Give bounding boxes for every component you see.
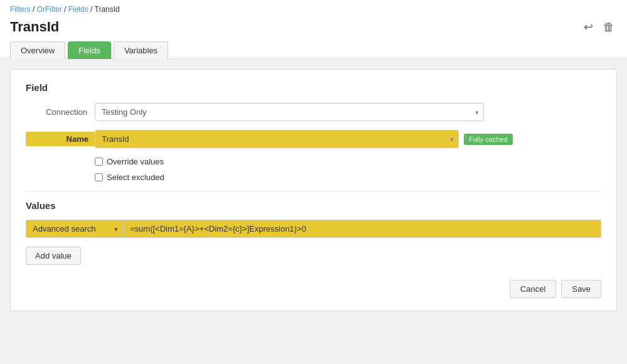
cancel-button[interactable]: Cancel <box>510 280 556 298</box>
section-divider <box>26 191 601 191</box>
undo-button[interactable]: ↩ <box>581 20 596 34</box>
connection-select-wrapper: Testing Only ▾ <box>95 103 484 121</box>
card-footer: Cancel Save <box>26 280 601 298</box>
name-row: Name TransId ▾ Fully cached <box>26 130 601 148</box>
add-value-row: Add value <box>26 247 601 265</box>
override-values-label[interactable]: Override values <box>107 157 164 166</box>
name-select-wrapper: TransId ▾ <box>95 130 459 148</box>
main-content: Field Connection Testing Only ▾ Name Tra… <box>0 59 627 321</box>
values-row: Advanced search ▾ <box>26 220 601 238</box>
breadcrumb-orfilter[interactable]: OrFilter <box>37 5 62 14</box>
fully-cached-badge: Fully cached <box>464 134 513 145</box>
advanced-search-wrapper: Advanced search ▾ <box>26 220 123 238</box>
select-excluded-checkbox[interactable] <box>95 173 103 181</box>
undo-icon: ↩ <box>584 21 593 33</box>
override-values-row: Override values <box>95 157 601 166</box>
name-select[interactable]: TransId <box>95 130 459 148</box>
select-excluded-label[interactable]: Select excluded <box>107 173 164 182</box>
override-values-checkbox[interactable] <box>95 158 103 166</box>
save-button[interactable]: Save <box>561 280 601 298</box>
add-value-button[interactable]: Add value <box>26 247 81 265</box>
delete-button[interactable]: 🗑 <box>601 20 617 34</box>
select-excluded-row: Select excluded <box>95 173 601 182</box>
connection-row: Connection Testing Only ▾ <box>26 103 601 121</box>
title-row: TransId ↩ 🗑 <box>10 16 617 41</box>
field-card: Field Connection Testing Only ▾ Name Tra… <box>10 69 617 311</box>
advanced-search-select[interactable]: Advanced search <box>26 220 123 238</box>
tab-variables[interactable]: Variables <box>114 41 168 59</box>
connection-label: Connection <box>26 107 95 117</box>
title-actions: ↩ 🗑 <box>581 20 617 34</box>
tab-fields[interactable]: Fields <box>68 41 111 59</box>
trash-icon: 🗑 <box>603 21 614 33</box>
connection-select[interactable]: Testing Only <box>95 103 484 121</box>
values-section-title: Values <box>26 200 601 211</box>
page-title: TransId <box>10 19 59 35</box>
breadcrumb: Filters / OrFilter / Fields / TransId <box>10 5 617 14</box>
expression-input[interactable] <box>123 220 601 238</box>
breadcrumb-filters[interactable]: Filters <box>10 5 31 14</box>
breadcrumb-current: TransId <box>95 5 120 14</box>
tabs-row: Overview Fields Variables <box>10 41 617 58</box>
field-section-title: Field <box>26 82 601 93</box>
top-bar: Filters / OrFilter / Fields / TransId Tr… <box>0 0 627 59</box>
breadcrumb-fields[interactable]: Fields <box>68 5 88 14</box>
name-label: Name <box>26 132 95 146</box>
tab-overview[interactable]: Overview <box>10 41 65 59</box>
